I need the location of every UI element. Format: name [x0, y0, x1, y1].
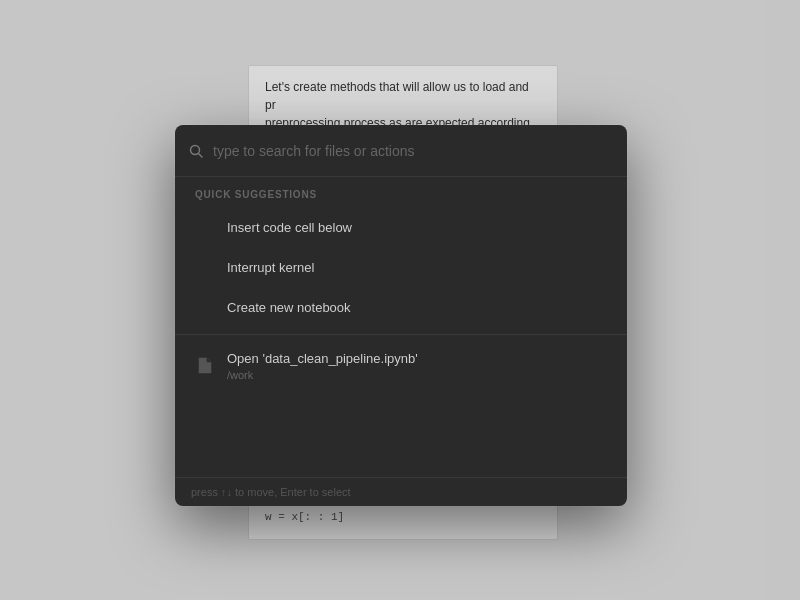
search-input[interactable] — [213, 143, 613, 159]
create-notebook-icon — [195, 298, 215, 318]
suggestion-item-create-notebook[interactable]: Create new notebook — [175, 288, 627, 328]
divider — [175, 334, 627, 335]
empty-space — [175, 391, 627, 471]
suggestion-label-open-file: Open 'data_clean_pipeline.ipynb' — [227, 351, 418, 368]
section-label: QUICK SUGGESTIONS — [175, 189, 627, 208]
footer-text: press ↑↓ to move, Enter to select — [191, 486, 351, 498]
suggestion-label-insert-code: Insert code cell below — [227, 220, 352, 237]
interrupt-kernel-icon — [195, 258, 215, 278]
footer-bar: press ↑↓ to move, Enter to select — [175, 477, 627, 506]
suggestion-label-create-notebook: Create new notebook — [227, 300, 351, 317]
overlay: QUICK SUGGESTIONS Insert code cell below… — [0, 0, 800, 600]
suggestion-item-open-file[interactable]: Open 'data_clean_pipeline.ipynb' /work — [175, 341, 627, 391]
insert-code-icon — [195, 218, 215, 238]
search-icon — [189, 144, 203, 158]
suggestion-label-interrupt-kernel: Interrupt kernel — [227, 260, 314, 277]
file-icon — [195, 356, 215, 376]
search-bar — [175, 125, 627, 177]
suggestion-item-insert-code-cell[interactable]: Insert code cell below — [175, 208, 627, 248]
suggestions-section: QUICK SUGGESTIONS Insert code cell below… — [175, 177, 627, 477]
suggestion-sublabel-open-file: /work — [227, 369, 418, 381]
suggestion-item-interrupt-kernel[interactable]: Interrupt kernel — [175, 248, 627, 288]
svg-line-1 — [199, 153, 203, 157]
command-palette: QUICK SUGGESTIONS Insert code cell below… — [175, 125, 627, 506]
